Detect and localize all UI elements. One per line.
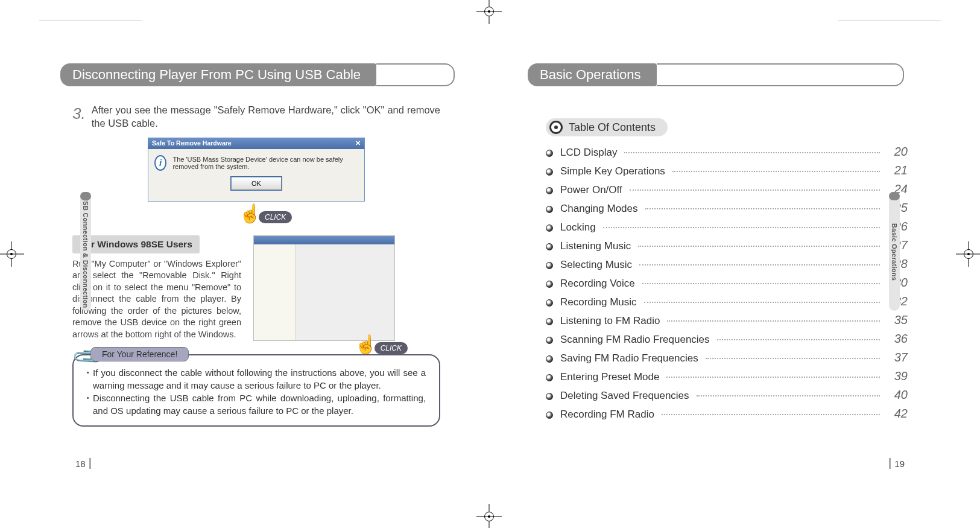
toc-leader bbox=[667, 320, 880, 322]
section-heading-text: Basic Operations bbox=[528, 63, 657, 86]
page-number-left: 18 bbox=[75, 458, 91, 469]
toc-bullet-icon bbox=[546, 299, 553, 307]
toc-bullet-icon bbox=[546, 337, 553, 344]
instruction-step: 3. After you see the message "Safely Rem… bbox=[72, 103, 440, 130]
toc-bullet-icon bbox=[546, 412, 553, 419]
toc-row: Selecting Music28 bbox=[546, 257, 908, 276]
registration-mark bbox=[956, 241, 980, 267]
toc-leader bbox=[642, 283, 880, 284]
toc-row: Recording Music32 bbox=[546, 294, 908, 313]
toc-leader bbox=[662, 414, 880, 415]
toc-row: Saving FM Radio Frequencies37 bbox=[546, 351, 908, 369]
toc-label: Entering Preset Mode bbox=[560, 371, 659, 383]
dialog-message: The 'USB Mass Storage Device' device can… bbox=[172, 156, 358, 170]
toc-leader bbox=[672, 171, 880, 172]
toc-page: 20 bbox=[887, 145, 908, 159]
page-right: Basic Operations Basic Operations Table … bbox=[507, 21, 941, 480]
toc-page: 37 bbox=[887, 351, 908, 364]
section-heading-text: Disconnecting Player From PC Using USB C… bbox=[60, 63, 376, 86]
toc-row: Power On/Off24 bbox=[546, 182, 908, 201]
toc-bullet-icon bbox=[546, 187, 553, 194]
page-left: USB Connection & Disconnection Disconnec… bbox=[39, 21, 473, 480]
dialog-title: Safe To Remove Hardware bbox=[152, 139, 232, 148]
reference-note: 📎 For Your Reference! If you disconnect … bbox=[72, 354, 440, 427]
toc-bullet-icon bbox=[546, 393, 553, 400]
toc-page: 40 bbox=[887, 388, 908, 402]
side-tab-label: USB Connection & Disconnection bbox=[82, 196, 89, 308]
pointer-hand-icon: ☝ bbox=[355, 336, 377, 354]
registration-mark bbox=[0, 241, 24, 267]
toc-label: Recording Music bbox=[560, 296, 637, 308]
toc-bullet-icon bbox=[546, 355, 553, 363]
toc-label: LCD Display bbox=[560, 147, 617, 159]
click-tag: CLICK bbox=[259, 211, 292, 223]
toc-page: 21 bbox=[887, 164, 908, 177]
toc-label: Simple Key Operations bbox=[560, 165, 665, 177]
toc-leader bbox=[697, 395, 880, 396]
side-tab-left: USB Connection & Disconnection bbox=[80, 193, 91, 311]
info-icon: i bbox=[154, 155, 166, 171]
toc-label: Power On/Off bbox=[560, 184, 622, 196]
toc-page: 39 bbox=[887, 369, 908, 383]
toc-leader bbox=[603, 227, 880, 228]
toc-row: Listening to FM Radio35 bbox=[546, 313, 908, 332]
toc-label: Listening Music bbox=[560, 240, 631, 252]
toc-bullet-icon bbox=[546, 224, 553, 232]
toc-leader bbox=[706, 358, 880, 359]
toc-row: Listening Music27 bbox=[546, 238, 908, 257]
toc-row: Scanning FM Radio Frequencies36 bbox=[546, 332, 908, 351]
toc-page: 36 bbox=[887, 332, 908, 346]
click-tag: CLICK bbox=[375, 342, 408, 354]
toc-leader bbox=[639, 264, 880, 266]
toc-row: Changing Modes25 bbox=[546, 201, 908, 220]
toc-row: LCD Display20 bbox=[546, 145, 908, 164]
side-tab-right: Basic Operations bbox=[889, 193, 900, 311]
toc-row: Entering Preset Mode39 bbox=[546, 369, 908, 388]
toc-row: Recording FM Radio42 bbox=[546, 407, 908, 425]
toc-leader bbox=[666, 377, 880, 378]
registration-mark bbox=[476, 504, 502, 528]
toc-row: Recording Voice30 bbox=[546, 276, 908, 294]
toc-bullet-icon bbox=[546, 318, 553, 325]
toc-row: Deleting Saved Frequencies40 bbox=[546, 388, 908, 407]
toc-label: Selecting Music bbox=[560, 259, 632, 271]
toc-bullet-icon bbox=[546, 243, 553, 250]
dialog-ok-button: OK bbox=[231, 177, 282, 190]
win98-heading: For Windows 98SE Users bbox=[72, 235, 200, 253]
toc-bullet-icon bbox=[546, 281, 553, 288]
toc-label: Listening to FM Radio bbox=[560, 315, 660, 327]
toc-bullet-icon bbox=[546, 150, 553, 157]
toc-label: Saving FM Radio Frequencies bbox=[560, 352, 698, 364]
toc-bullet-icon bbox=[546, 168, 553, 176]
close-icon: ✕ bbox=[355, 139, 361, 148]
side-tab-label: Basic Operations bbox=[891, 223, 898, 281]
toc-heading: Table Of Contents bbox=[546, 118, 668, 136]
pointer-hand-icon: ☝ bbox=[239, 205, 261, 223]
toc-label: Recording Voice bbox=[560, 278, 635, 290]
reference-note-tab: For Your Reference! bbox=[90, 347, 189, 361]
bullet-ring-icon bbox=[549, 121, 563, 134]
toc-leader bbox=[645, 208, 880, 209]
toc-leader bbox=[644, 302, 880, 303]
toc-row: Locking26 bbox=[546, 220, 908, 238]
win98-body: Run "My Computer" or "Windows Explorer" … bbox=[72, 258, 241, 341]
toc-label: Deleting Saved Frequencies bbox=[560, 390, 689, 402]
toc-bullet-icon bbox=[546, 206, 553, 213]
toc-heading-text: Table Of Contents bbox=[569, 121, 656, 134]
step-number: 3. bbox=[72, 103, 86, 130]
toc-leader bbox=[624, 152, 880, 153]
toc-bullet-icon bbox=[546, 374, 553, 381]
toc-label: Locking bbox=[560, 221, 596, 234]
toc-leader bbox=[717, 339, 880, 340]
explorer-screenshot: ☝ CLICK bbox=[253, 235, 395, 341]
registration-mark bbox=[476, 0, 502, 24]
toc-label: Changing Modes bbox=[560, 203, 638, 215]
toc-label: Scanning FM Radio Frequencies bbox=[560, 334, 710, 346]
toc-label: Recording FM Radio bbox=[560, 409, 654, 421]
step-text: After you see the message "Safely Remove… bbox=[92, 103, 440, 130]
reference-note-item: If you disconnect the cable without foll… bbox=[87, 366, 426, 392]
section-heading-left: Disconnecting Player From PC Using USB C… bbox=[60, 63, 473, 86]
toc-page: 42 bbox=[887, 407, 908, 421]
reference-note-item: Disconnecting the USB cable from PC whil… bbox=[87, 392, 426, 417]
dialog-safe-remove: Safe To Remove Hardware ✕ i The 'USB Mas… bbox=[148, 138, 365, 202]
